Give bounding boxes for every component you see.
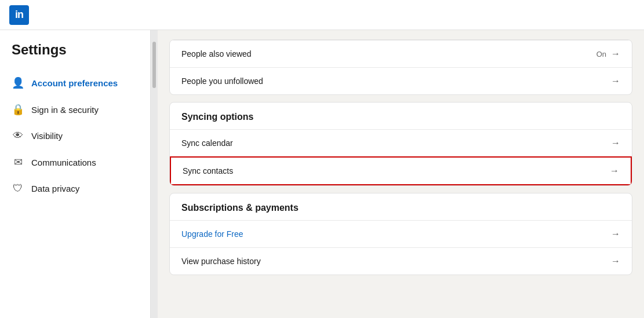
scroll-handle bbox=[152, 42, 156, 88]
linkedin-logo[interactable]: in bbox=[9, 5, 29, 25]
arrow-icon-sync-calendar: → bbox=[611, 138, 620, 148]
card-item-right-sync-calendar: → bbox=[611, 138, 620, 148]
card-item-left-people-also-viewed: People also viewed bbox=[181, 49, 252, 59]
status-people-also-viewed: On bbox=[596, 50, 606, 59]
arrow-icon-people-also-viewed: → bbox=[611, 49, 620, 59]
card-item-right-upgrade-for-free: → bbox=[611, 229, 620, 239]
arrow-icon-view-purchase-history: → bbox=[611, 256, 620, 266]
card-item-left-upgrade-for-free: Upgrade for Free bbox=[181, 229, 243, 239]
sidebar-item-communications[interactable]: ✉Communications bbox=[0, 149, 150, 176]
card-item-left-view-purchase-history: View purchase history bbox=[181, 257, 261, 266]
sidebar-label-communications: Communications bbox=[31, 158, 96, 167]
sidebar-icon-visibility: 👁 bbox=[12, 130, 24, 142]
sidebar-icon-sign-in-security: 🔒 bbox=[12, 103, 24, 116]
card-item-left-people-you-unfollowed: People you unfollowed bbox=[181, 76, 263, 86]
card-item-sync-calendar[interactable]: Sync calendar→ bbox=[170, 129, 632, 156]
card-item-left-sync-contacts: Sync contacts bbox=[183, 166, 233, 176]
sidebar-label-data-privacy: Data privacy bbox=[31, 184, 79, 193]
topbar: in bbox=[0, 0, 644, 30]
sidebar: Settings 👤Account preferences🔒Sign in & … bbox=[0, 30, 151, 318]
arrow-icon-sync-contacts: → bbox=[610, 166, 619, 176]
card-item-right-people-also-viewed: On→ bbox=[596, 49, 620, 59]
card-item-label-upgrade-for-free: Upgrade for Free bbox=[181, 229, 243, 239]
sidebar-item-visibility[interactable]: 👁Visibility bbox=[0, 123, 150, 149]
main-content: People also viewedOn→People you unfollow… bbox=[158, 30, 644, 318]
sidebar-icon-data-privacy: 🛡 bbox=[12, 182, 24, 195]
sidebar-label-visibility: Visibility bbox=[31, 131, 63, 141]
card-header-subscriptions-payments: Subscriptions & payments bbox=[170, 193, 632, 220]
card-item-right-people-you-unfollowed: → bbox=[611, 76, 620, 86]
card-item-people-also-viewed[interactable]: People also viewedOn→ bbox=[170, 40, 632, 67]
card-header-syncing-options: Syncing options bbox=[170, 103, 632, 129]
card-item-upgrade-for-free[interactable]: Upgrade for Free→ bbox=[170, 220, 632, 247]
arrow-icon-people-you-unfollowed: → bbox=[611, 76, 620, 86]
card-item-sync-contacts[interactable]: Sync contacts→ bbox=[170, 156, 632, 185]
card-item-label-people-you-unfollowed: People you unfollowed bbox=[181, 76, 263, 86]
sidebar-item-sign-in-security[interactable]: 🔒Sign in & security bbox=[0, 96, 150, 123]
scroll-column bbox=[151, 30, 158, 318]
sidebar-items-container: 👤Account preferences🔒Sign in & security👁… bbox=[0, 70, 150, 202]
card-item-people-you-unfollowed[interactable]: People you unfollowed→ bbox=[170, 67, 632, 94]
card-item-label-view-purchase-history: View purchase history bbox=[181, 257, 261, 266]
card-item-label-people-also-viewed: People also viewed bbox=[181, 49, 252, 59]
card-item-view-purchase-history[interactable]: View purchase history→ bbox=[170, 247, 632, 275]
sidebar-label-account-preferences: Account preferences bbox=[31, 78, 118, 88]
sidebar-title: Settings bbox=[0, 42, 150, 70]
sidebar-icon-communications: ✉ bbox=[12, 156, 24, 169]
card-item-label-sync-calendar: Sync calendar bbox=[181, 138, 233, 148]
sidebar-icon-account-preferences: 👤 bbox=[12, 76, 24, 89]
card-item-right-sync-contacts: → bbox=[610, 166, 619, 176]
sidebar-label-sign-in-security: Sign in & security bbox=[31, 105, 99, 115]
sidebar-item-data-privacy[interactable]: 🛡Data privacy bbox=[0, 176, 150, 202]
card-people-section: People also viewedOn→People you unfollow… bbox=[169, 39, 632, 95]
card-item-left-sync-calendar: Sync calendar bbox=[181, 138, 233, 148]
sidebar-item-account-preferences[interactable]: 👤Account preferences bbox=[0, 70, 150, 96]
card-syncing-options: Syncing optionsSync calendar→Sync contac… bbox=[169, 102, 632, 186]
sections-container: People also viewedOn→People you unfollow… bbox=[169, 39, 632, 275]
content-area: People also viewedOn→People you unfollow… bbox=[151, 30, 644, 318]
arrow-icon-upgrade-for-free: → bbox=[611, 229, 620, 239]
card-item-right-view-purchase-history: → bbox=[611, 256, 620, 266]
card-subscriptions-payments: Subscriptions & paymentsUpgrade for Free… bbox=[169, 193, 632, 275]
card-item-label-sync-contacts: Sync contacts bbox=[183, 166, 233, 176]
main-layout: Settings 👤Account preferences🔒Sign in & … bbox=[0, 30, 644, 318]
